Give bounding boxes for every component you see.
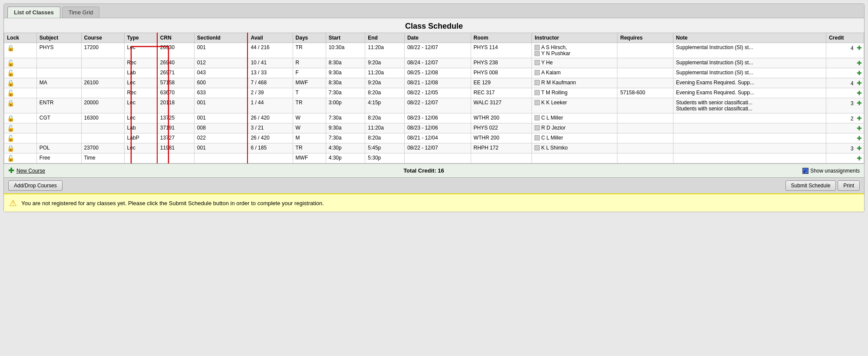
cell-avail: 26 / 420 xyxy=(248,113,293,123)
cell-course xyxy=(81,133,124,143)
col-course: Course xyxy=(81,33,124,43)
cell-avail xyxy=(248,153,293,163)
credit-plus-icon[interactable]: ✚ xyxy=(857,115,862,122)
cell-type: LabP xyxy=(124,133,157,143)
cell-lock[interactable]: 🔓 xyxy=(4,133,37,143)
cell-instructor: Y He xyxy=(532,58,617,68)
cell-instructor: A S Hirsch,Y N Pushkar xyxy=(532,43,617,58)
new-course-link[interactable]: New Course xyxy=(17,168,45,174)
cell-room: WTHR 200 xyxy=(471,133,532,143)
tab-bar: List of Classes Time Grid xyxy=(4,4,864,18)
cell-room: PHYS 022 xyxy=(471,123,532,133)
col-subject: Subject xyxy=(36,33,81,43)
cell-instructor: A Kalam xyxy=(532,68,617,78)
cell-start: 7:30a xyxy=(326,88,365,98)
cell-instructor: K K Leeker xyxy=(532,98,617,113)
show-unassignments: ✓ Show unassignments xyxy=(802,168,860,174)
cell-start: 4:30p xyxy=(326,153,365,163)
cell-lock[interactable]: 🔓 xyxy=(4,58,37,68)
cell-date: 08/23 - 12/06 xyxy=(404,113,471,123)
tab-list-of-classes[interactable]: List of Classes xyxy=(7,7,60,18)
col-type: Type xyxy=(124,33,157,43)
cell-date: 08/22 - 12/05 xyxy=(404,88,471,98)
cell-lock[interactable]: 🔓 xyxy=(4,153,37,163)
cell-room: PHYS 008 xyxy=(471,68,532,78)
cell-lock[interactable]: 🔒 xyxy=(4,113,37,123)
cell-type: Rec xyxy=(124,88,157,98)
show-unassignments-checkbox[interactable]: ✓ xyxy=(802,168,809,174)
page-title: Class Schedule xyxy=(4,18,864,33)
cell-date: 08/25 - 12/08 xyxy=(404,68,471,78)
cell-subject xyxy=(36,68,81,78)
cell-course: 23700 xyxy=(81,143,124,153)
cell-crn: 13725 xyxy=(157,113,194,123)
cell-date: 08/24 - 12/07 xyxy=(404,58,471,68)
cell-start: 7:30a xyxy=(326,133,365,143)
credit-plus-icon[interactable]: ✚ xyxy=(857,100,862,106)
credit-plus-icon[interactable]: ✚ xyxy=(857,44,862,51)
cell-type: Lec xyxy=(124,143,157,153)
cell-avail: 6 / 185 xyxy=(248,143,293,153)
cell-days: TR xyxy=(293,98,326,113)
cell-end: 8:20a xyxy=(365,88,405,98)
tab-time-grid[interactable]: Time Grid xyxy=(62,7,100,18)
cell-start: 9:30a xyxy=(326,123,365,133)
cell-room: PHYS 238 xyxy=(471,58,532,68)
cell-instructor xyxy=(532,153,617,163)
new-course-plus-icon[interactable]: ✚ xyxy=(8,166,14,175)
table-row: 🔒 ENTR 20000 Lec 20118 001 1 / 44 TR 3:0… xyxy=(4,98,864,113)
cell-room: WALC 3127 xyxy=(471,98,532,113)
credit-value: 3 xyxy=(851,100,854,106)
cell-lock[interactable]: 🔓 xyxy=(4,123,37,133)
right-button-group: Submit Schedule Print xyxy=(785,180,860,191)
button-bar: Add/Drop Courses Submit Schedule Print xyxy=(4,177,864,193)
cell-room: EE 129 xyxy=(471,78,532,88)
cell-lock[interactable]: 🔒 xyxy=(4,143,37,153)
cell-end: 4:15p xyxy=(365,98,405,113)
cell-end: 11:20a xyxy=(365,68,405,78)
cell-subject xyxy=(36,133,81,143)
print-button[interactable]: Print xyxy=(838,180,860,191)
credit-plus-icon[interactable]: ✚ xyxy=(857,135,862,142)
cell-room: REC 317 xyxy=(471,88,532,98)
cell-lock[interactable]: 🔓 xyxy=(4,88,37,98)
col-end: End xyxy=(365,33,405,43)
cell-course: 16300 xyxy=(81,113,124,123)
credit-plus-icon[interactable]: ✚ xyxy=(857,155,862,162)
cell-sectionid: 001 xyxy=(194,43,248,58)
cell-lock[interactable]: 🔒 xyxy=(4,43,37,58)
credit-plus-icon[interactable]: ✚ xyxy=(857,60,862,67)
cell-lock[interactable]: 🔓 xyxy=(4,68,37,78)
cell-subject: MA xyxy=(36,78,81,88)
cell-note: Supplemental Instruction (SI) st... xyxy=(673,43,826,58)
col-start: Start xyxy=(326,33,365,43)
cell-room: WTHR 200 xyxy=(471,113,532,123)
credit-value: 4 xyxy=(851,80,854,87)
warning-text: You are not registered for any classes y… xyxy=(21,200,324,206)
cell-date: 08/22 - 12/07 xyxy=(404,98,471,113)
submit-schedule-button[interactable]: Submit Schedule xyxy=(785,180,836,191)
cell-credit: ✚ xyxy=(826,88,864,98)
credit-plus-icon[interactable]: ✚ xyxy=(857,90,862,96)
cell-subject: POL xyxy=(36,143,81,153)
cell-requires xyxy=(617,143,673,153)
col-requires: Requires xyxy=(617,33,673,43)
cell-course: 17200 xyxy=(81,43,124,58)
cell-instructor: R D Jezior xyxy=(532,123,617,133)
credit-plus-icon[interactable]: ✚ xyxy=(857,70,862,77)
cell-instructor: R M Kaufmann xyxy=(532,78,617,88)
add-drop-button[interactable]: Add/Drop Courses xyxy=(8,180,63,191)
credit-plus-icon[interactable]: ✚ xyxy=(857,125,862,132)
credit-plus-icon[interactable]: ✚ xyxy=(857,145,862,152)
cell-start: 3:00p xyxy=(326,98,365,113)
cell-requires xyxy=(617,133,673,143)
table-row: 🔓 LabP 13727 022 26 / 420 M 7:30a 8:20a … xyxy=(4,133,864,143)
cell-lock[interactable]: 🔒 xyxy=(4,78,37,88)
cell-sectionid xyxy=(194,153,248,163)
cell-credit: 3 ✚ xyxy=(826,98,864,113)
cell-lock[interactable]: 🔒 xyxy=(4,98,37,113)
main-container: List of Classes Time Grid Class Schedule… xyxy=(3,3,865,212)
credit-plus-icon[interactable]: ✚ xyxy=(857,80,862,87)
cell-avail: 10 / 41 xyxy=(248,58,293,68)
cell-course xyxy=(81,68,124,78)
